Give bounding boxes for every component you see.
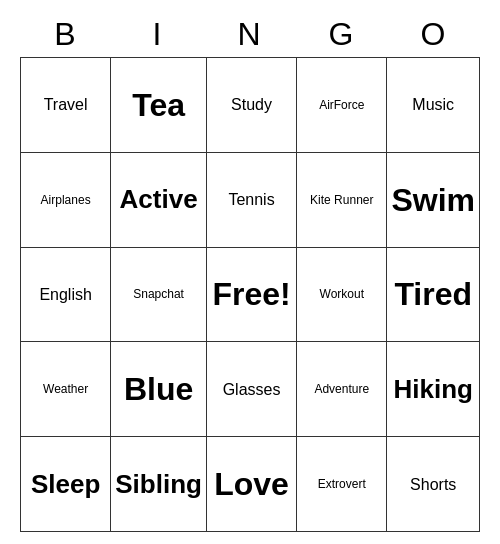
bingo-cell-4-4: Shorts [387, 437, 480, 532]
header-letter-O: O [388, 12, 480, 57]
cell-text-2-2: Free! [212, 275, 290, 313]
bingo-cell-2-0: English [21, 248, 111, 343]
cell-text-0-4: Music [412, 95, 454, 114]
cell-text-4-2: Love [214, 465, 289, 503]
cell-text-2-0: English [39, 285, 91, 304]
bingo-cell-3-3: Adventure [297, 342, 387, 437]
bingo-cell-0-3: AirForce [297, 58, 387, 153]
bingo-cell-0-4: Music [387, 58, 480, 153]
cell-text-1-2: Tennis [228, 190, 274, 209]
bingo-board: BINGO TravelTeaStudyAirForceMusicAirplan… [20, 12, 480, 532]
bingo-cell-0-0: Travel [21, 58, 111, 153]
bingo-cell-4-1: Sibling [111, 437, 207, 532]
bingo-cell-3-4: Hiking [387, 342, 480, 437]
bingo-cell-3-0: Weather [21, 342, 111, 437]
bingo-cell-4-2: Love [207, 437, 297, 532]
cell-text-3-2: Glasses [223, 380, 281, 399]
bingo-cell-2-1: Snapchat [111, 248, 207, 343]
cell-text-0-1: Tea [132, 86, 185, 124]
bingo-cell-1-0: Airplanes [21, 153, 111, 248]
cell-text-1-0: Airplanes [41, 193, 91, 207]
cell-text-4-3: Extrovert [318, 477, 366, 491]
bingo-cell-4-3: Extrovert [297, 437, 387, 532]
cell-text-2-1: Snapchat [133, 287, 184, 301]
bingo-cell-4-0: Sleep [21, 437, 111, 532]
cell-text-0-0: Travel [44, 95, 88, 114]
bingo-cell-1-2: Tennis [207, 153, 297, 248]
cell-text-0-2: Study [231, 95, 272, 114]
bingo-cell-2-3: Workout [297, 248, 387, 343]
bingo-grid: TravelTeaStudyAirForceMusicAirplanesActi… [20, 57, 480, 532]
header-letter-I: I [112, 12, 204, 57]
bingo-cell-2-4: Tired [387, 248, 480, 343]
cell-text-2-3: Workout [320, 287, 364, 301]
cell-text-4-0: Sleep [31, 469, 100, 500]
cell-text-1-3: Kite Runner [310, 193, 373, 207]
header-letter-G: G [296, 12, 388, 57]
header-letter-B: B [20, 12, 112, 57]
cell-text-0-3: AirForce [319, 98, 364, 112]
bingo-header: BINGO [20, 12, 480, 57]
cell-text-4-1: Sibling [115, 469, 202, 500]
cell-text-3-1: Blue [124, 370, 193, 408]
bingo-cell-0-1: Tea [111, 58, 207, 153]
cell-text-3-4: Hiking [393, 374, 472, 405]
bingo-cell-3-2: Glasses [207, 342, 297, 437]
cell-text-3-0: Weather [43, 382, 88, 396]
bingo-cell-1-1: Active [111, 153, 207, 248]
cell-text-2-4: Tired [394, 275, 472, 313]
bingo-cell-2-2: Free! [207, 248, 297, 343]
bingo-cell-1-3: Kite Runner [297, 153, 387, 248]
bingo-cell-3-1: Blue [111, 342, 207, 437]
header-letter-N: N [204, 12, 296, 57]
bingo-cell-0-2: Study [207, 58, 297, 153]
cell-text-3-3: Adventure [314, 382, 369, 396]
cell-text-4-4: Shorts [410, 475, 456, 494]
cell-text-1-1: Active [120, 184, 198, 215]
cell-text-1-4: Swim [391, 181, 475, 219]
bingo-cell-1-4: Swim [387, 153, 480, 248]
